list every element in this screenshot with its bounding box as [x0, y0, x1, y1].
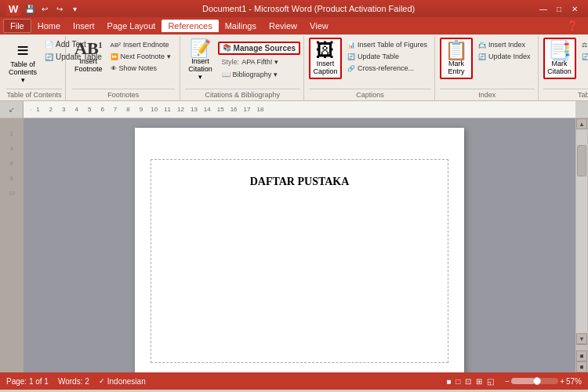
menu-bar: File Home Insert Page Layout References …: [0, 17, 588, 34]
margin-num: 6: [10, 161, 13, 166]
ribbon: ≡ Table ofContents ▾ 📄 Add Text ▾ 🔄 Upda…: [0, 34, 588, 101]
citations-group-title: Citations & Bibliography: [185, 89, 300, 99]
index-group: 📋 MarkEntry 📇Insert Index 🔄Update Index …: [437, 36, 539, 100]
qa-redo[interactable]: ↪: [53, 2, 66, 15]
zoom-out-btn[interactable]: −: [505, 377, 510, 386]
close-button[interactable]: ✕: [568, 2, 582, 15]
page-content-box: DAFTAR PUSTAKA: [151, 159, 448, 363]
toc-group: ≡ Table ofContents ▾ 📄 Add Text ▾ 🔄 Upda…: [3, 36, 66, 100]
update-table-captions-button[interactable]: 🔄Update Table: [343, 51, 431, 62]
insert-endnote-button[interactable]: AB²Insert Endnote: [107, 39, 175, 50]
view-outline-btn[interactable]: ⊞: [476, 377, 482, 386]
document-title: DAFTAR PUSTAKA: [167, 176, 432, 188]
right-scrollbar[interactable]: ▲ ▼ ◾ ◾: [575, 118, 588, 372]
menu-references[interactable]: References: [162, 20, 218, 32]
horizontal-ruler: ▪ 1 2 3 4 5 6 7 8 9 10 11 12 13 14 15 16…: [24, 101, 575, 118]
page-info: Page: 1 of 1: [6, 377, 49, 386]
menu-home[interactable]: Home: [31, 20, 67, 32]
update-index-button[interactable]: 🔄Update Index: [474, 51, 535, 62]
zoom-controls: − + 57%: [505, 377, 582, 386]
menu-page-layout[interactable]: Page Layout: [101, 20, 162, 32]
table-of-contents-button[interactable]: ≡ Table ofContents ▾: [6, 38, 39, 87]
update-toa-button[interactable]: 🔄Update Table: [578, 51, 588, 62]
view-draft-btn[interactable]: ◱: [487, 377, 494, 386]
margin-num: 10: [9, 191, 15, 196]
mark-entry-button[interactable]: 📋 MarkEntry: [440, 38, 473, 79]
footnotes-group: AB1 InsertFootnote AB²Insert Endnote ⏩Ne…: [67, 36, 180, 100]
insert-caption-button[interactable]: 🖼 InsertCaption: [309, 38, 342, 79]
title-bar-controls: — □ ✕: [536, 2, 582, 15]
insert-table-figures-button[interactable]: 📊Insert Table of Figures: [343, 39, 431, 50]
left-margin: 2 4 6 8 10: [0, 118, 24, 372]
index-group-title: Index: [440, 89, 535, 99]
insert-index-button[interactable]: 📇Insert Index: [474, 39, 535, 50]
title-bar-left: W 💾 ↩ ↪ ▾: [6, 2, 81, 16]
style-selector[interactable]: Style: APA Fifth! ▾: [218, 56, 300, 67]
manage-sources-button[interactable]: 📚 Manage Sources: [218, 42, 300, 55]
maximize-button[interactable]: □: [552, 2, 566, 15]
zoom-in-btn[interactable]: +: [560, 377, 564, 386]
word-count: Words: 2: [58, 377, 89, 386]
page: DAFTAR PUSTAKA: [135, 128, 464, 372]
scrollbar-track[interactable]: [576, 129, 587, 333]
scroll-pg-up[interactable]: ◾: [576, 350, 587, 361]
footnotes-group-title: Footnotes: [72, 89, 175, 99]
title-bar: W 💾 ↩ ↪ ▾ Document1 - Microsoft Word (Pr…: [0, 0, 588, 17]
citations-group: 📝 InsertCitation ▾ 📚 Manage Sources Styl…: [182, 36, 304, 100]
menu-view[interactable]: View: [303, 20, 335, 32]
scroll-area: DAFTAR PUSTAKA: [24, 118, 575, 372]
captions-group-title: Captions: [309, 89, 431, 99]
menu-mailings[interactable]: Mailings: [219, 20, 263, 32]
help-icon[interactable]: ❓: [561, 19, 585, 33]
zoom-handle[interactable]: [533, 377, 541, 385]
qa-customize[interactable]: ▾: [68, 2, 81, 15]
quick-access: 💾 ↩ ↪ ▾: [24, 2, 81, 15]
insert-citation-button[interactable]: 📝 InsertCitation ▾: [185, 38, 216, 84]
insert-toa-button[interactable]: ⚖Insert Table of Authorities: [578, 39, 588, 50]
zoom-fill: [511, 378, 535, 384]
title-bar-title: Document1 - Microsoft Word (Product Acti…: [81, 4, 536, 13]
margin-num: 4: [10, 146, 13, 151]
margin-num: 8: [10, 176, 13, 181]
word-icon: W: [6, 2, 20, 16]
insert-footnote-button[interactable]: AB1 InsertFootnote: [72, 38, 105, 76]
scroll-spacer: [576, 344, 587, 350]
toa-group: 📑 MarkCitation ⚖Insert Table of Authorit…: [540, 36, 588, 100]
margin-num: 2: [10, 131, 13, 136]
ruler-container: ↙ ▪ 1 2 3 4 5 6 7 8 9 10 11 12 13 14 15 …: [0, 101, 588, 118]
view-full-btn[interactable]: □: [456, 377, 460, 386]
ruler-corner: ↙: [0, 101, 24, 118]
cross-reference-button[interactable]: 🔗Cross-reference...: [343, 63, 431, 74]
document-area: 2 4 6 8 10 DAFTAR PUSTAKA ▲ ▼ ◾ ◾: [0, 118, 588, 372]
zoom-slider[interactable]: [511, 378, 558, 384]
status-bar: Page: 1 of 1 Words: 2 ✓ Indonesian ■ □ ⊡…: [0, 372, 588, 390]
scroll-up-button[interactable]: ▲: [576, 118, 587, 129]
captions-group: 🖼 InsertCaption 📊Insert Table of Figures…: [306, 36, 435, 100]
show-notes-button[interactable]: 👁Show Notes: [107, 63, 175, 74]
view-print-btn[interactable]: ■: [446, 377, 451, 386]
toc-group-title: Table of Contents: [6, 89, 62, 99]
menu-insert[interactable]: Insert: [67, 20, 101, 32]
scroll-pg-dn[interactable]: ◾: [576, 361, 587, 372]
menu-review[interactable]: Review: [263, 20, 303, 32]
menu-file[interactable]: File: [3, 19, 31, 33]
status-right: ■ □ ⊡ ⊞ ◱ − + 57%: [446, 377, 582, 386]
qa-undo[interactable]: ↩: [38, 2, 51, 15]
minimize-button[interactable]: —: [536, 2, 550, 15]
status-left: Page: 1 of 1 Words: 2 ✓ Indonesian: [6, 377, 146, 386]
view-web-btn[interactable]: ⊡: [465, 377, 471, 386]
toa-group-title: Table of Authorities: [543, 89, 588, 99]
bibliography-button[interactable]: 📖 Bibliography ▾: [218, 69, 300, 80]
scrollbar-thumb[interactable]: [577, 145, 586, 176]
page-top-margin: [151, 143, 448, 159]
language-indicator[interactable]: ✓ Indonesian: [99, 377, 146, 386]
manage-sources-label: Manage Sources: [234, 44, 296, 53]
next-footnote-button[interactable]: ⏩Next Footnote ▾: [107, 51, 175, 62]
qa-save[interactable]: 💾: [24, 2, 36, 15]
zoom-level: 57%: [566, 377, 582, 386]
mark-citation-button[interactable]: 📑 MarkCitation: [543, 38, 576, 79]
scroll-down-button[interactable]: ▼: [576, 333, 587, 344]
ruler-right-end: [575, 101, 588, 118]
